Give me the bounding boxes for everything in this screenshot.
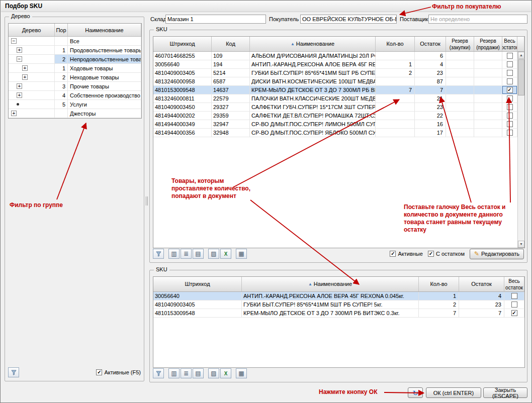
sku-row[interactable]: 481040900345029327САЛФЕТКИ ГУБЧ.СУПЕР! 1… (153, 103, 524, 112)
tree-name-cell[interactable]: Услуги (68, 100, 141, 109)
qty-cell[interactable] (376, 103, 415, 111)
qty-cell[interactable]: 7 (419, 309, 459, 317)
reserve-sale-cell[interactable] (474, 129, 502, 137)
name-cell[interactable]: АЛЬБОМ Д/РИСОВАНИЯ ДАЛМАТИНЦЫ 20Л РФ С (250, 52, 376, 60)
reserve-purchase-cell[interactable] (446, 94, 474, 103)
code-cell[interactable]: 29359 (212, 112, 250, 120)
stock-column-header[interactable]: Остаток (459, 277, 504, 291)
excel-icon[interactable]: X (220, 368, 231, 378)
sku-row[interactable]: 48104090034055214ГУБКИ БЫТ.СУПЕР! 85*65*… (153, 69, 524, 77)
tree-row[interactable]: +Джесторы (9, 109, 141, 118)
filter-icon[interactable] (8, 367, 19, 377)
filter-icon[interactable] (153, 249, 164, 259)
all-stock-checkbox[interactable] (507, 70, 513, 76)
all-stock-cell[interactable] (502, 120, 517, 128)
with-stock-checkbox[interactable]: ✓ С остатком (428, 251, 465, 257)
barcode-cell[interactable]: 4810153009548 (153, 309, 242, 317)
expand-icon[interactable]: + (17, 92, 22, 98)
all-stock-cell[interactable] (502, 103, 517, 111)
tree-column-header[interactable]: Дерево (9, 24, 55, 36)
expand-icon[interactable]: + (22, 65, 28, 71)
all-stock-checkbox[interactable] (507, 130, 513, 136)
stock-cell[interactable]: 16 (415, 120, 446, 128)
all-stock-column-header[interactable]: Весь остаток (502, 37, 517, 51)
tree-name-cell[interactable]: Прочие товары (68, 82, 141, 90)
name-cell[interactable]: ПАЛОЧКИ ВАТН.КЛАССИЧЕСКИЕ 200ШТ МЕДВАТ (250, 94, 376, 103)
reserve-purchase-cell[interactable] (446, 120, 474, 128)
code-column-header[interactable]: Код (212, 37, 250, 51)
panel-splitter[interactable] (145, 17, 149, 381)
barcode-cell[interactable]: 30056640 (153, 60, 212, 68)
qty-cell[interactable]: 2 (419, 300, 459, 309)
sku-row[interactable]: 481324600081122579ПАЛОЧКИ ВАТН.КЛАССИЧЕС… (153, 94, 524, 103)
tree-row[interactable]: −2Непродовольственные товар (9, 55, 141, 64)
all-stock-cell[interactable] (502, 94, 517, 103)
excel-icon[interactable]: X (220, 249, 231, 259)
sku-row[interactable]: 481494400034932947СР-ВО Д/МЫТ.ПОС.СУПЕР!… (153, 120, 524, 129)
tree-row[interactable]: +3Прочие товары (9, 82, 141, 91)
all-stock-cell[interactable]: ✓ (502, 86, 517, 94)
barcode-column-header[interactable]: Штрихкод (153, 37, 212, 51)
all-stock-checkbox[interactable] (507, 104, 513, 110)
qty-cell[interactable] (376, 112, 415, 120)
edit-button[interactable]: ✎ Редактировать (470, 249, 524, 259)
stock-cell[interactable]: 22 (415, 112, 446, 120)
numbered-list-icon[interactable]: ≣ (181, 249, 192, 259)
qty-cell[interactable]: 7 (376, 86, 415, 94)
barcode-cell[interactable]: 4810409003405 (153, 69, 212, 77)
close-button[interactable]: Закрыть (ESCAPE) (483, 387, 527, 398)
scrollbar-thumb[interactable] (518, 59, 524, 95)
all-stock-column-header[interactable]: Весь остаток (504, 277, 524, 291)
code-cell[interactable]: 32947 (212, 120, 250, 128)
all-stock-cell[interactable] (502, 60, 517, 68)
stock-cell[interactable]: 6 (415, 52, 446, 60)
doc-sku-row[interactable]: 4810409003405ГУБКИ БЫТ.СУПЕР! 85*65*41ММ… (153, 300, 524, 309)
collapse-icon[interactable]: − (11, 38, 17, 44)
reserve-sale-cell[interactable] (474, 60, 502, 68)
reserve-purchase-cell[interactable] (446, 112, 474, 120)
code-cell[interactable]: 109 (212, 52, 250, 60)
tree-name-cell[interactable]: Джесторы (68, 109, 141, 118)
reserve-purchase-cell[interactable] (446, 69, 474, 77)
reserve-sale-cell[interactable] (474, 120, 502, 128)
expand-icon[interactable]: + (17, 47, 22, 53)
name-cell[interactable]: ДИСКИ ВАТН.КОСМЕТИЧЕСКИЕ 100ШТ МЕДВАТФ (250, 77, 376, 85)
sku-row[interactable]: 4607014668255109АЛЬБОМ Д/РИСОВАНИЯ ДАЛМА… (153, 52, 524, 60)
qty-cell[interactable]: 2 (376, 69, 415, 77)
grid-settings-icon[interactable]: ▦ (236, 368, 247, 378)
doc-sku-row[interactable]: 30056640АНТИП.-КАРАНД.РЕКСОНА АЛОЕ ВЕРА … (153, 292, 524, 300)
reserve-purchase-cell[interactable] (446, 103, 474, 111)
refresh-button[interactable]: ↻ (408, 387, 423, 398)
reserve-sale-column-header[interactable]: Резерв (продажи) (474, 37, 502, 51)
reserve-sale-cell[interactable] (474, 69, 502, 77)
qty-column-header[interactable]: Кол-во (419, 277, 459, 291)
expand-icon[interactable]: + (17, 83, 22, 89)
tree-active-checkbox[interactable]: ✓ Активные (F5) (96, 369, 141, 375)
barcode-cell[interactable]: 4810409003405 (153, 300, 242, 309)
stock-cell[interactable]: 23 (415, 69, 446, 77)
code-cell[interactable]: 194 (212, 60, 250, 68)
barcode-cell[interactable]: 4810153009548 (153, 86, 212, 94)
all-stock-checkbox[interactable] (507, 95, 513, 102)
stock-cell[interactable]: 23 (459, 300, 504, 309)
stock-cell[interactable]: 17 (415, 129, 446, 137)
reserve-sale-cell[interactable] (474, 112, 502, 120)
stock-cell[interactable]: 7 (459, 309, 504, 317)
name-cell[interactable]: САЛФЕТКИ ДЕТ.ВЛ.СУПЕР! РОМАШКА 72ШТ.СУП (250, 112, 376, 120)
all-stock-cell[interactable]: ✓ (504, 309, 524, 317)
reserve-sale-cell[interactable] (474, 86, 502, 94)
barcode-cell[interactable]: 30056640 (153, 292, 242, 300)
stock-cell[interactable]: 4 (459, 292, 504, 300)
tree-name-cell[interactable]: Продовольственные товары (68, 46, 141, 54)
all-stock-checkbox[interactable] (507, 61, 513, 67)
scroll-up-icon[interactable]: ▲ (518, 52, 524, 59)
doc-sku-row[interactable]: 4810153009548КРЕМ-МЫЛО ДЕТСКОЕ ОТ 3 ДО 7… (153, 309, 524, 318)
tree-name-cell[interactable]: Собственное производство (68, 91, 141, 99)
qty-cell[interactable] (376, 94, 415, 103)
sku-row[interactable]: 481494400035632948СР-ВО Д/МЫТ.ПОС.СУПЕР!… (153, 129, 524, 137)
code-cell[interactable]: 22579 (212, 94, 250, 103)
name-column-header[interactable]: Наименование (68, 24, 141, 36)
barcode-cell[interactable]: 4607014668255 (153, 52, 212, 60)
order-column-header[interactable]: Пор (55, 24, 68, 36)
barcode-cell[interactable]: 4810409003450 (153, 103, 212, 111)
